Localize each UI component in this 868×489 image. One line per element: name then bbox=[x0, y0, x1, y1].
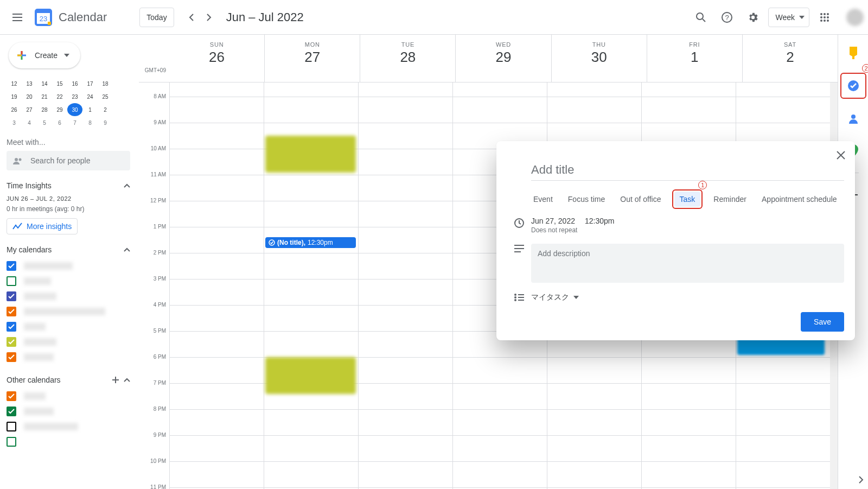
calendar-checkbox[interactable] bbox=[7, 352, 16, 362]
tab-task[interactable]: Task bbox=[674, 192, 701, 207]
repeat-label[interactable]: Does not repeat bbox=[531, 226, 844, 234]
search-button[interactable] bbox=[690, 7, 712, 28]
svg-text:23: 23 bbox=[40, 15, 47, 23]
mini-calendar-day[interactable]: 6 bbox=[52, 116, 67, 129]
calendar-checkbox[interactable] bbox=[7, 391, 16, 401]
google-apps-button[interactable] bbox=[814, 7, 835, 28]
calendar-checkbox[interactable] bbox=[7, 322, 16, 332]
main-menu-button[interactable] bbox=[4, 4, 30, 30]
mini-calendar-day[interactable]: 21 bbox=[37, 90, 52, 103]
calendar-checkbox[interactable] bbox=[7, 337, 16, 347]
mini-calendar-day[interactable]: 19 bbox=[7, 90, 22, 103]
mini-calendar-day[interactable]: 18 bbox=[98, 77, 113, 90]
add-calendar-icon[interactable] bbox=[112, 376, 119, 384]
calendar-checkbox[interactable] bbox=[7, 437, 16, 447]
mini-calendar-day[interactable]: 4 bbox=[22, 116, 37, 129]
mini-calendar-day[interactable]: 13 bbox=[22, 77, 37, 90]
calendar-toggle-row[interactable] bbox=[7, 334, 130, 350]
other-calendars-header[interactable]: Other calendars bbox=[7, 376, 130, 384]
mini-calendar-day[interactable]: 20 bbox=[22, 90, 37, 103]
task-description-input[interactable]: Add description bbox=[531, 244, 844, 283]
tab-focus-time[interactable]: Focus time bbox=[566, 192, 607, 207]
mini-calendar-day[interactable]: 8 bbox=[82, 116, 98, 129]
calendar-checkbox[interactable] bbox=[7, 291, 16, 301]
calendar-checkbox[interactable] bbox=[7, 422, 16, 431]
save-button[interactable]: Save bbox=[801, 312, 844, 332]
day-header[interactable]: SUN26 bbox=[169, 35, 264, 82]
tab-out-of-office[interactable]: Out of office bbox=[618, 192, 663, 207]
hide-side-panel-button[interactable] bbox=[858, 476, 864, 484]
calendar-checkbox[interactable] bbox=[7, 407, 16, 416]
settings-button[interactable] bbox=[742, 7, 764, 28]
day-column[interactable]: (No title), 12:30pm bbox=[264, 82, 358, 489]
event-block[interactable] bbox=[265, 357, 356, 394]
day-header[interactable]: FRI1 bbox=[647, 35, 742, 82]
mini-calendar-day[interactable]: 17 bbox=[82, 77, 98, 90]
task-chip[interactable]: (No title), 12:30pm bbox=[265, 237, 356, 248]
calendar-toggle-row[interactable] bbox=[7, 289, 130, 304]
day-header[interactable]: SAT2 bbox=[742, 35, 838, 82]
calendar-toggle-row[interactable] bbox=[7, 434, 130, 449]
mini-calendar-day[interactable]: 24 bbox=[82, 90, 98, 103]
modal-close-button[interactable] bbox=[831, 145, 851, 165]
calendar-toggle-row[interactable] bbox=[7, 419, 130, 434]
create-button[interactable]: Create bbox=[9, 42, 80, 68]
calendar-toggle-row[interactable] bbox=[7, 319, 130, 334]
calendar-toggle-row[interactable] bbox=[7, 404, 130, 419]
day-header[interactable]: WED29 bbox=[455, 35, 551, 82]
mini-calendar-day[interactable]: 9 bbox=[98, 116, 113, 129]
calendar-checkbox[interactable] bbox=[7, 276, 16, 286]
mini-calendar-day[interactable]: 22 bbox=[52, 90, 67, 103]
day-column[interactable] bbox=[169, 82, 264, 489]
time-insights-header[interactable]: Time Insights bbox=[7, 181, 130, 190]
calendar-toggle-row[interactable] bbox=[7, 350, 130, 365]
day-header[interactable]: MON27 bbox=[264, 35, 360, 82]
day-header[interactable]: THU30 bbox=[551, 35, 647, 82]
mini-calendar-day[interactable]: 30 bbox=[67, 103, 82, 116]
mini-calendar-day[interactable]: 29 bbox=[52, 103, 67, 116]
my-calendars-header[interactable]: My calendars bbox=[7, 245, 130, 254]
task-time-button[interactable]: 12:30pm bbox=[585, 217, 614, 225]
mini-calendar[interactable]: 1213141516171819202122232425262728293012… bbox=[7, 77, 130, 129]
tab-event[interactable]: Event bbox=[531, 192, 555, 207]
more-insights-button[interactable]: More insights bbox=[7, 218, 78, 234]
help-button[interactable]: ? bbox=[716, 7, 738, 28]
mini-calendar-day[interactable]: 23 bbox=[67, 90, 82, 103]
calendar-checkbox[interactable] bbox=[7, 261, 16, 271]
tab-reminder[interactable]: Reminder bbox=[711, 192, 749, 207]
view-selector[interactable]: Week bbox=[768, 8, 809, 27]
mini-calendar-day[interactable]: 25 bbox=[98, 90, 113, 103]
mini-calendar-day[interactable]: 3 bbox=[7, 116, 22, 129]
mini-calendar-day[interactable]: 7 bbox=[67, 116, 82, 129]
mini-calendar-day[interactable]: 26 bbox=[7, 103, 22, 116]
mini-calendar-day[interactable]: 2 bbox=[98, 103, 113, 116]
task-list-selector[interactable]: マイタスク bbox=[531, 293, 844, 302]
tab-appointment-schedule[interactable]: Appointment schedule bbox=[760, 192, 839, 207]
prev-week-button[interactable] bbox=[183, 9, 200, 26]
calendar-checkbox[interactable] bbox=[7, 307, 16, 316]
mini-calendar-day[interactable]: 12 bbox=[7, 77, 22, 90]
event-title-input[interactable] bbox=[531, 161, 844, 181]
keep-app-button[interactable] bbox=[843, 42, 864, 64]
mini-calendar-day[interactable]: 14 bbox=[37, 77, 52, 90]
mini-calendar-day[interactable]: 16 bbox=[67, 77, 82, 90]
calendar-toggle-row[interactable] bbox=[7, 389, 130, 404]
day-header[interactable]: TUE28 bbox=[360, 35, 455, 82]
calendar-toggle-row[interactable] bbox=[7, 274, 130, 289]
mini-calendar-day[interactable]: 27 bbox=[22, 103, 37, 116]
account-avatar[interactable] bbox=[846, 9, 864, 26]
calendar-toggle-row[interactable] bbox=[7, 258, 130, 274]
tasks-app-button[interactable]: 2 bbox=[843, 75, 864, 97]
event-block[interactable] bbox=[265, 136, 356, 173]
mini-calendar-day[interactable]: 1 bbox=[82, 103, 98, 116]
today-button[interactable]: Today bbox=[139, 8, 174, 27]
contacts-app-button[interactable] bbox=[843, 107, 864, 129]
mini-calendar-day[interactable]: 28 bbox=[37, 103, 52, 116]
calendar-toggle-row[interactable] bbox=[7, 304, 130, 319]
day-column[interactable] bbox=[358, 82, 452, 489]
next-week-button[interactable] bbox=[200, 9, 218, 26]
mini-calendar-day[interactable]: 15 bbox=[52, 77, 67, 90]
task-date-button[interactable]: Jun 27, 2022 bbox=[531, 217, 575, 225]
mini-calendar-day[interactable]: 5 bbox=[37, 116, 52, 129]
search-people-input[interactable]: Search for people bbox=[7, 151, 130, 170]
